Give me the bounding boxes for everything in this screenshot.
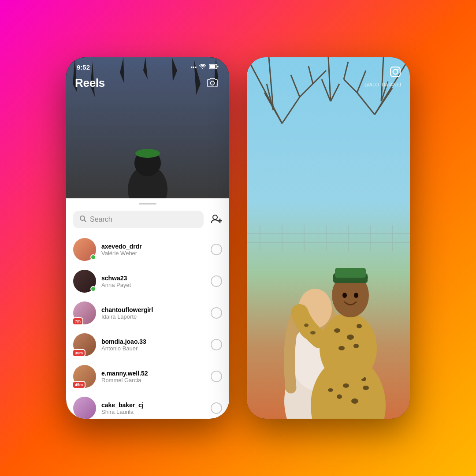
select-checkbox[interactable] bbox=[211, 402, 222, 414]
contact-item[interactable]: schwa23Anna Payet bbox=[66, 265, 229, 297]
svg-point-66 bbox=[310, 331, 316, 335]
wifi-icon bbox=[199, 64, 206, 71]
contact-display-name: Antonio Bauer bbox=[101, 345, 205, 352]
online-indicator bbox=[90, 286, 96, 292]
svg-rect-7 bbox=[139, 150, 156, 156]
select-checkbox[interactable] bbox=[211, 307, 222, 319]
svg-point-72 bbox=[342, 293, 347, 298]
search-bar-container: Search bbox=[66, 207, 229, 234]
contact-display-name: Valérie Weber bbox=[101, 250, 205, 257]
contact-list: axevedo_drdrValérie Weberschwa23Anna Pay… bbox=[66, 234, 229, 419]
status-icons: ▪▪▪ bbox=[190, 64, 219, 71]
contact-username: bomdia.joao.33 bbox=[101, 338, 205, 345]
online-indicator bbox=[90, 254, 96, 260]
svg-rect-74 bbox=[390, 67, 400, 77]
right-phone: @ALO_DAIANEI bbox=[247, 57, 410, 419]
svg-rect-1 bbox=[210, 65, 216, 68]
svg-rect-2 bbox=[217, 66, 219, 67]
contact-info: cake_baker_cjShira Laurila bbox=[101, 402, 205, 415]
select-checkbox[interactable] bbox=[211, 244, 222, 255]
left-phone: 9:52 ▪▪▪ bbox=[66, 57, 229, 419]
svg-point-63 bbox=[357, 324, 362, 328]
svg-point-58 bbox=[328, 388, 333, 392]
status-bar: 9:52 ▪▪▪ bbox=[66, 57, 229, 74]
contact-display-name: Idaira Laporte bbox=[101, 313, 205, 320]
svg-point-53 bbox=[343, 383, 349, 388]
battery-icon bbox=[209, 64, 219, 71]
reel-photo: @ALO_DAIANEI bbox=[247, 57, 410, 419]
svg-point-62 bbox=[347, 335, 354, 340]
search-bar[interactable]: Search bbox=[73, 211, 204, 228]
svg-point-56 bbox=[337, 394, 342, 399]
reels-title: Reels bbox=[75, 76, 105, 90]
svg-point-73 bbox=[354, 293, 358, 298]
time-display: 9:52 bbox=[77, 63, 90, 71]
svg-point-76 bbox=[397, 68, 398, 70]
svg-point-57 bbox=[351, 398, 358, 404]
contact-item[interactable]: 45me.manny.well.52Rommel Garcia bbox=[66, 361, 229, 392]
svg-point-75 bbox=[393, 70, 398, 74]
instagram-logo-icon bbox=[390, 66, 401, 81]
contact-item[interactable]: cake_baker_cjShira Laurila bbox=[66, 392, 229, 419]
search-icon bbox=[79, 215, 86, 224]
contact-username: schwa23 bbox=[101, 275, 205, 282]
watermark-text: @ALO_DAIANEI bbox=[364, 82, 401, 87]
contact-info: axevedo_drdrValérie Weber bbox=[101, 243, 205, 257]
contact-username: e.manny.well.52 bbox=[101, 370, 205, 377]
story-time-badge: 7m bbox=[72, 317, 83, 325]
contact-item[interactable]: 7mchantouflowergirlIdaira Laporte bbox=[66, 297, 229, 329]
search-placeholder: Search bbox=[90, 216, 197, 223]
contact-display-name: Shira Laurila bbox=[101, 409, 205, 415]
contact-username: axevedo_drdr bbox=[101, 243, 205, 250]
svg-point-8 bbox=[211, 81, 215, 85]
select-checkbox[interactable] bbox=[211, 275, 222, 287]
contact-username: cake_baker_cj bbox=[101, 402, 205, 409]
drag-handle[interactable] bbox=[139, 203, 156, 205]
select-checkbox[interactable] bbox=[211, 339, 222, 350]
story-time-badge: 45m bbox=[72, 381, 86, 389]
signal-bars: ▪▪▪ bbox=[190, 64, 197, 71]
contact-info: bomdia.joao.33Antonio Bauer bbox=[101, 338, 205, 352]
video-area: Reels bbox=[66, 57, 229, 198]
svg-point-11 bbox=[213, 215, 217, 219]
contact-info: schwa23Anna Payet bbox=[101, 275, 205, 288]
contact-display-name: Rommel Garcia bbox=[101, 377, 205, 383]
select-checkbox[interactable] bbox=[211, 371, 222, 382]
contact-item[interactable]: 30mbomdia.joao.33Antonio Bauer bbox=[66, 329, 229, 361]
reels-header: Reels bbox=[66, 75, 229, 91]
add-people-button[interactable] bbox=[211, 214, 222, 226]
svg-line-10 bbox=[84, 220, 86, 222]
story-time-badge: 30m bbox=[72, 349, 86, 357]
contact-info: chantouflowergirlIdaira Laporte bbox=[101, 306, 205, 320]
svg-point-61 bbox=[334, 328, 340, 333]
svg-point-60 bbox=[320, 313, 377, 383]
share-sheet: Search axevedo_drdrValérie Weberschwa23A… bbox=[66, 198, 229, 419]
contact-username: chantouflowergirl bbox=[101, 306, 205, 313]
svg-rect-71 bbox=[335, 268, 366, 278]
svg-point-64 bbox=[338, 346, 345, 350]
contact-display-name: Anna Payet bbox=[101, 282, 205, 288]
camera-button[interactable] bbox=[205, 75, 220, 91]
svg-point-65 bbox=[353, 344, 359, 348]
svg-point-55 bbox=[363, 386, 369, 390]
contact-item[interactable]: axevedo_drdrValérie Weber bbox=[66, 234, 229, 265]
svg-point-67 bbox=[304, 324, 309, 327]
contact-info: e.manny.well.52Rommel Garcia bbox=[101, 370, 205, 383]
